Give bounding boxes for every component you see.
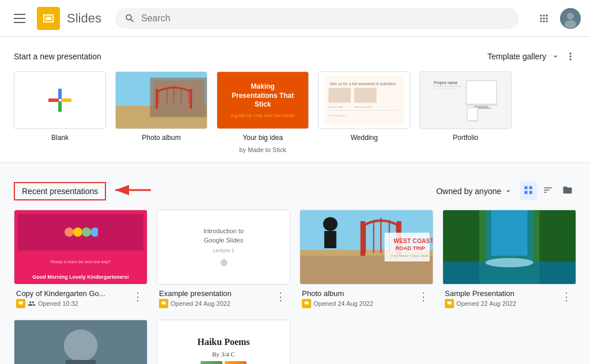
svg-rect-81 [66, 360, 96, 364]
template-big-idea[interactable]: MakingPresentations ThatStick A guide by… [217, 71, 309, 153]
template-photo-album[interactable]: Photo album [115, 71, 207, 153]
photo-more-button[interactable]: ⋮ [416, 289, 431, 304]
kindergarten-meta: Copy of Kindergarten Go... Opened 10:32 [16, 289, 130, 308]
svg-rect-72 [485, 210, 534, 261]
slides-small-icon-3 [304, 301, 309, 306]
view-icons [520, 181, 576, 200]
portfolio-template-thumb: Project name [419, 71, 512, 129]
presentation-card-example[interactable]: Introduction toGoogle SlidesLecture 1 ⊕ … [157, 210, 290, 310]
svg-point-79 [64, 329, 98, 362]
kindergarten-img [18, 214, 143, 251]
example-more-button[interactable]: ⋮ [273, 289, 288, 304]
folder-view-button[interactable] [559, 181, 576, 200]
avatar[interactable] [560, 8, 581, 29]
more-vert-icon[interactable] [565, 51, 576, 62]
svg-point-4 [567, 13, 574, 20]
arrow-indicator [111, 181, 157, 200]
svg-rect-6 [58, 89, 62, 99]
haiku-subtitle-text: By 3/4 C [212, 351, 235, 358]
photo-album-bg [116, 72, 207, 128]
plus-icon [46, 86, 74, 115]
folder-icon [562, 185, 573, 195]
svg-rect-38 [468, 108, 477, 120]
kindergarten-thumb: Ready to learn me and new way? Good Morn… [14, 210, 148, 285]
presentation-card-sample[interactable]: Sample Presentation Opened 22 Aug 2022 ⋮ [442, 210, 576, 310]
recent-section: Recent presentations Owned by anyone [0, 172, 590, 364]
sample-more-button[interactable]: ⋮ [559, 289, 574, 304]
slides-icon-photo [302, 299, 311, 308]
youtube-thumb [14, 320, 148, 364]
apps-grid-icon[interactable] [532, 7, 555, 30]
templates-grid: Blank [14, 71, 576, 153]
red-arrow-icon [111, 181, 157, 199]
svg-rect-66 [305, 302, 309, 305]
haiku-title-text: Haiku Poems [197, 337, 249, 347]
haiku-photo-1 [201, 361, 222, 364]
svg-text:Join us for a full weekend of : Join us for a full weekend of activities… [330, 82, 396, 86]
slides-icon-kindergarten [16, 299, 25, 308]
svg-rect-2 [46, 17, 51, 20]
shared-person-icon [28, 299, 36, 308]
svg-text:ROAD TRIP: ROAD TRIP [395, 245, 425, 251]
template-section: Start a new presentation Template galler… [0, 37, 590, 162]
expand-symbol: ⊕ [220, 257, 228, 268]
big-idea-text: MakingPresentations ThatStick [232, 82, 294, 109]
presentation-card-kindergarten[interactable]: Ready to learn me and new way? Good Morn… [14, 210, 148, 310]
owned-by-dropdown[interactable]: Owned by anyone [436, 187, 513, 196]
sample-thumb [442, 210, 576, 285]
presentation-card-haiku[interactable]: Haiku Poems By 3/4 C Haiku Poems 3/4 C [157, 320, 290, 364]
example-name: Example presentation [159, 289, 263, 298]
svg-rect-23 [328, 88, 351, 103]
example-meta: Example presentation Opened 24 Aug 2022 [159, 289, 273, 308]
slides-icon-sample [445, 299, 454, 308]
photo-album-illustration [116, 72, 207, 128]
presentation-card-youtube[interactable]: Embed YouTube Video in ... Opened 18 Aug… [14, 320, 148, 364]
photo-album-thumb: WEST COAST ROAD TRIP Your Name • Sept 20… [300, 210, 433, 285]
svg-rect-76 [448, 302, 452, 305]
example-date: Opened 24 Aug 2022 [171, 300, 230, 307]
start-new-label: Start a new presentation [14, 52, 101, 61]
expand-icon [551, 52, 560, 61]
haiku-photo-grid [201, 361, 247, 364]
app-header: Slides [0, 0, 590, 37]
big-idea-author: A guide by Chip and Dan Heath [230, 113, 295, 118]
kindergarten-more-button[interactable]: ⋮ [130, 289, 145, 304]
slides-small-icon-2 [161, 301, 167, 306]
template-gallery-button[interactable]: Template gallery [487, 52, 546, 61]
blank-template-label: Blank [51, 134, 69, 142]
svg-rect-8 [48, 98, 59, 102]
header-right [532, 7, 581, 30]
google-apps-icon [538, 13, 550, 24]
haiku-bg: Haiku Poems By 3/4 C [157, 320, 290, 364]
kindergarten-title: Good Morning Lovely Kindergarteners! [32, 274, 129, 280]
portfolio-illustration: Project name [431, 77, 500, 123]
search-bar[interactable] [115, 8, 519, 29]
sample-info: Sample Presentation Opened 22 Aug 2022 ⋮ [442, 285, 576, 310]
hamburger-menu[interactable] [9, 9, 30, 28]
recent-title-area: Recent presentations [14, 181, 157, 200]
wedding-bg: Join us for a full weekend of activities… [319, 72, 410, 128]
photo-detail: Opened 24 Aug 2022 [302, 299, 416, 308]
kindergarten-faces [63, 221, 98, 244]
slides-logo-icon [41, 12, 55, 25]
template-wedding[interactable]: Join us for a full weekend of activities… [318, 71, 410, 153]
svg-rect-32 [434, 89, 457, 89]
grid-view-button[interactable] [520, 181, 537, 200]
template-blank[interactable]: Blank [14, 71, 106, 153]
svg-text:Your Name • Sept 2019: Your Name • Sept 2019 [391, 253, 429, 257]
sort-view-button[interactable] [539, 181, 557, 200]
recent-header: Recent presentations Owned by anyone [14, 181, 576, 200]
search-input[interactable] [141, 13, 509, 24]
kindergarten-subtitle: Ready to learn me and new way? [51, 260, 111, 264]
presentation-card-photo[interactable]: WEST COAST ROAD TRIP Your Name • Sept 20… [300, 210, 433, 310]
wedding-template-thumb: Join us for a full weekend of activities… [318, 71, 410, 129]
photo-date: Opened 24 Aug 2022 [313, 300, 373, 307]
presentations-grid: Ready to learn me and new way? Good Morn… [14, 210, 576, 364]
header-left: Slides [9, 7, 101, 30]
big-idea-template-thumb: MakingPresentations ThatStick A guide by… [217, 71, 309, 129]
template-portfolio[interactable]: Project name Portfolio [419, 71, 512, 153]
big-idea-template-sublabel: by Made to Stick [239, 146, 286, 153]
kindergarten-name: Copy of Kindergarten Go... [16, 289, 120, 298]
portfolio-template-label: Portfolio [453, 134, 478, 142]
svg-point-44 [90, 227, 98, 237]
